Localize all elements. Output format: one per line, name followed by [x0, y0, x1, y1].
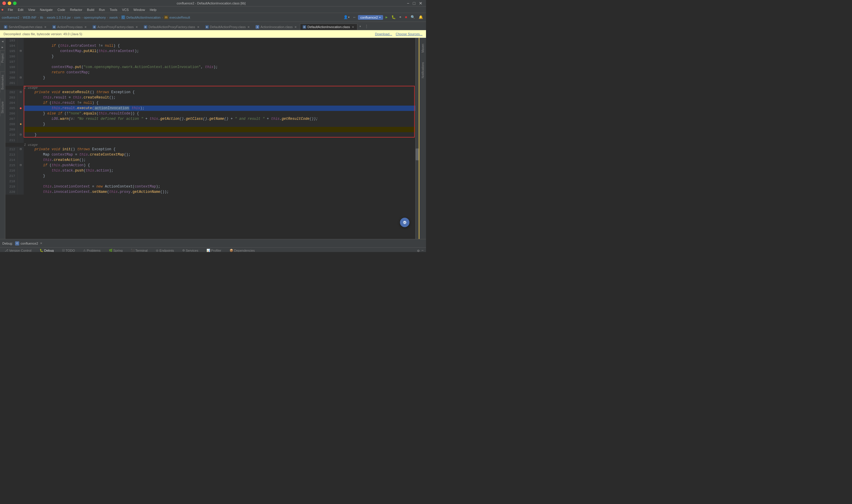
breadcrumb-method[interactable]: executeResult — [169, 16, 190, 19]
line-code-211 — [24, 138, 415, 143]
menu-code[interactable]: Code — [55, 7, 68, 12]
tab-spring[interactable]: 🌿 Spring — [107, 248, 125, 252]
notifications-panel-label[interactable]: Notifications — [420, 58, 425, 82]
code-line-217: 217 } — [5, 173, 415, 179]
tab-defaultactionproxy[interactable]: C DefaultActionProxy.class ✕ — [203, 24, 253, 30]
gutter-208: ● — [18, 122, 24, 127]
tab-defaultactionproxyfactory[interactable]: C DefaultActionProxyFactory.class ✕ — [141, 24, 203, 30]
settings-gear-btn[interactable]: ⚙ — [417, 249, 419, 252]
debug-config-selector[interactable]: C confluence2 ✕ — [15, 241, 42, 246]
breadcrumb-xwork[interactable]: xwork — [109, 16, 118, 19]
tab-terminal[interactable]: ⬛ Terminal — [128, 248, 150, 252]
menu-file[interactable]: File — [5, 7, 15, 12]
run-config-selector[interactable]: confluence2 ▾ — [358, 15, 383, 20]
traffic-lights — [2, 1, 17, 5]
tab-services[interactable]: ⚙ Services — [180, 248, 201, 252]
project-panel-label[interactable]: Project — [0, 50, 5, 66]
tab-close-servletdispatcher[interactable]: ✕ — [43, 25, 47, 29]
tab-todo[interactable]: ☑ TODO — [60, 248, 77, 252]
menu-build[interactable]: Build — [85, 7, 96, 12]
menu-run[interactable]: Run — [97, 7, 107, 12]
line-num-204: 204 — [5, 100, 18, 106]
debug-config-close[interactable]: ✕ — [40, 242, 42, 245]
win-min-btn[interactable]: − — [405, 1, 410, 6]
tab-menu-btn[interactable]: ⋮ — [363, 23, 370, 30]
download-link[interactable]: Download... — [375, 32, 392, 36]
nav-run-btn[interactable]: ▶ — [384, 15, 389, 20]
menu-window[interactable]: Window — [131, 7, 147, 12]
breadcrumb-project[interactable]: confluence2 — [2, 16, 19, 19]
menu-vcs[interactable]: VCS — [120, 7, 131, 12]
code-line-210: 210 ⊟ } — [5, 132, 415, 138]
win-max-btn[interactable]: □ — [412, 1, 417, 6]
tab-profiler[interactable]: 📊 Profiler — [204, 248, 224, 252]
menu-view[interactable]: View — [26, 7, 38, 12]
nav-back-btn[interactable]: ← — [352, 15, 357, 20]
tab-servletdispatcher[interactable]: C ServletDispatcher.class ✕ — [1, 24, 50, 30]
tab-endpoints[interactable]: ◎ Endpoints — [153, 248, 176, 252]
tab-actioninvocation[interactable]: I ActionInvocation.class ✕ — [253, 24, 300, 30]
code-line-193: 193 — [5, 38, 415, 43]
menu-refactor[interactable]: Refactor — [68, 7, 85, 12]
nav-coverage-btn[interactable]: ☂ — [398, 15, 403, 20]
gutter-205: ● — [18, 106, 24, 111]
tab-actionproxyfactory[interactable]: C ActionProxyFactory.class ✕ — [90, 24, 141, 30]
nav-debug-btn[interactable]: 🐛 — [390, 15, 397, 20]
nav-actions: 👤▾ ← confluence2 ▾ ▶ 🐛 ☂ ■ 🔍 🔔 — [342, 15, 424, 20]
tab-terminal-label: Terminal — [135, 249, 148, 252]
breadcrumb-class[interactable]: DefaultActionInvocation — [126, 16, 161, 19]
minimize-button[interactable] — [8, 1, 11, 5]
code-scroll[interactable]: 193 194 if (this.extraContext != null) {… — [5, 38, 415, 239]
scrollbar[interactable] — [415, 38, 419, 239]
usage-hint-212: 1 usage — [5, 143, 415, 147]
structure-panel-label[interactable]: Structure — [0, 98, 5, 116]
maximize-button[interactable] — [13, 1, 17, 5]
tab-close-defaultactionproxyfactory[interactable]: ✕ — [196, 25, 200, 29]
close-button[interactable] — [2, 1, 6, 5]
menu-help[interactable]: Help — [147, 7, 159, 12]
breadcrumb-opensymphony[interactable]: opensymphony — [84, 16, 106, 19]
breadcrumb-webinf[interactable]: WEB-INF — [23, 16, 36, 19]
win-close-btn[interactable]: ✕ — [418, 1, 424, 6]
line-num-218: 218 — [5, 179, 18, 184]
menu-edit[interactable]: Edit — [15, 7, 26, 12]
bookmarks-panel-label[interactable]: Bookmarks — [0, 72, 5, 93]
tab-problems[interactable]: ⚠ Problems — [81, 248, 103, 252]
minimize-panel-btn[interactable]: − — [421, 249, 424, 252]
tab-close-defaultactionproxy[interactable]: ✕ — [247, 25, 250, 29]
tab-profiler-label: Profiler — [211, 249, 221, 252]
tab-version-control[interactable]: ⎇ Version Control — [2, 248, 34, 252]
line-num-206: 206 — [5, 111, 18, 116]
services-icon: ⚙ — [182, 249, 185, 252]
breakpoint-icon[interactable]: ● — [19, 106, 22, 111]
tab-debug[interactable]: 🐛 Debug — [37, 248, 56, 252]
tab-close-actioninvocation[interactable]: ✕ — [294, 25, 297, 29]
nav-notifications-btn[interactable]: 🔔 — [417, 15, 424, 20]
tab-dependencies[interactable]: 📦 Dependencies — [227, 248, 257, 252]
breadcrumb-jar[interactable]: xwork-1.0.3.6.jar — [47, 16, 71, 19]
breadcrumb-com[interactable]: com — [74, 16, 80, 19]
choose-sources-link[interactable]: Choose Sources... — [396, 32, 423, 36]
tab-problems-label: Problems — [87, 249, 100, 252]
code-line-208: 208 ● } — [5, 122, 415, 127]
nav-search-btn[interactable]: 🔍 — [410, 15, 416, 20]
code-line-220: 220 this.invocationContext.setName(this.… — [5, 189, 415, 195]
line-num-220: 220 — [5, 189, 18, 195]
tab-actionproxy[interactable]: C ActionProxy.class ✕ — [50, 24, 90, 30]
menu-tools[interactable]: Tools — [107, 7, 120, 12]
ai-assistant-button[interactable]: AI — [400, 218, 410, 227]
tab-close-actionproxyfactory[interactable]: ✕ — [135, 25, 139, 29]
nav-settings-btn[interactable]: 👤▾ — [342, 15, 351, 20]
tab-defaultactioninvocation[interactable]: C DefaultActionInvocation.class ✕ — [300, 24, 357, 30]
tab-overflow-btn[interactable]: ▾ — [357, 23, 363, 30]
tab-close-actionproxy[interactable]: ✕ — [84, 25, 87, 29]
maven-panel-label[interactable]: Maven — [420, 40, 425, 56]
left-btn-expand[interactable]: ▶ — [1, 45, 4, 50]
menu-navigate[interactable]: Navigate — [38, 7, 55, 12]
nav-stop-btn[interactable]: ■ — [404, 15, 408, 20]
breadcrumb-lib[interactable]: lib — [40, 16, 43, 19]
left-btn-collapse[interactable]: ◀ — [1, 39, 4, 44]
line-num-200: 200 — [5, 75, 18, 80]
line-code-214: this.createAction(); — [24, 157, 415, 163]
tab-close-defaultactioninvocation[interactable]: ✕ — [351, 25, 355, 29]
